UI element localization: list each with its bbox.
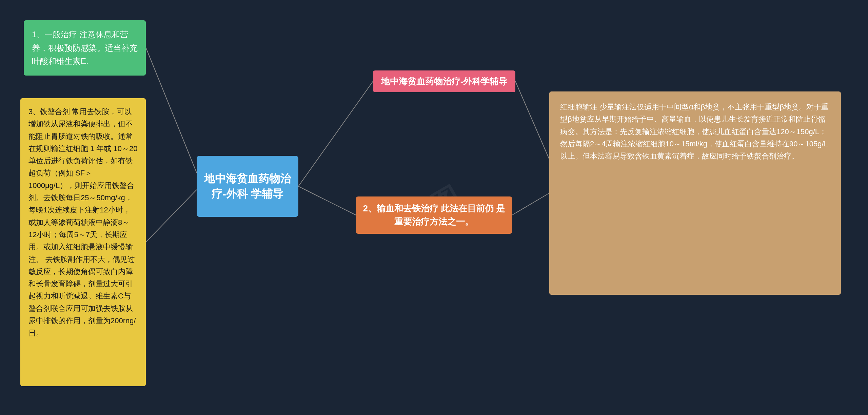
svg-line-2	[298, 81, 373, 186]
svg-line-5	[512, 193, 549, 215]
node-bottom-left-text: 3、铁螯合剂 常用去铁胺，可以增加铁从尿液和粪便排出，但不能阻止胃肠道对铁的吸收…	[28, 107, 138, 337]
svg-line-3	[298, 186, 356, 215]
mind-map-container: 讲图 地中海贫血药物治疗-外科 学辅导 地中海贫血药物治疗-外科学辅导 2、输血…	[0, 0, 868, 415]
node-top-right-label-text: 地中海贫血药物治疗-外科学辅导	[381, 76, 508, 87]
svg-line-4	[515, 81, 549, 159]
node-right-detail: 红细胞输注 少量输注法仅适用于中间型α和β地贫，不主张用于重型β地贫。对于重型β…	[549, 91, 841, 295]
central-node-label: 地中海贫血药物治疗-外科 学辅导	[202, 171, 293, 202]
svg-line-1	[146, 190, 197, 242]
node-top-left: 1、一般治疗 注意休息和营养，积极预防感染。适当补充叶酸和维生素E.	[24, 20, 146, 76]
central-node: 地中海贫血药物治疗-外科 学辅导	[197, 156, 298, 217]
node-bottom-right-label: 2、输血和去铁治疗 此法在目前仍 是重要治疗方法之一。	[356, 196, 512, 234]
node-top-right-label: 地中海贫血药物治疗-外科学辅导	[373, 70, 515, 92]
node-top-left-text: 1、一般治疗 注意休息和营养，积极预防感染。适当补充叶酸和维生素E.	[32, 30, 138, 66]
svg-line-0	[146, 47, 197, 173]
node-bottom-left: 3、铁螯合剂 常用去铁胺，可以增加铁从尿液和粪便排出，但不能阻止胃肠道对铁的吸收…	[20, 98, 146, 386]
node-bottom-right-label-text: 2、输血和去铁治疗 此法在目前仍 是重要治疗方法之一。	[363, 202, 505, 228]
node-right-detail-text: 红细胞输注 少量输注法仅适用于中间型α和β地贫，不主张用于重型β地贫。对于重型β…	[560, 103, 829, 160]
